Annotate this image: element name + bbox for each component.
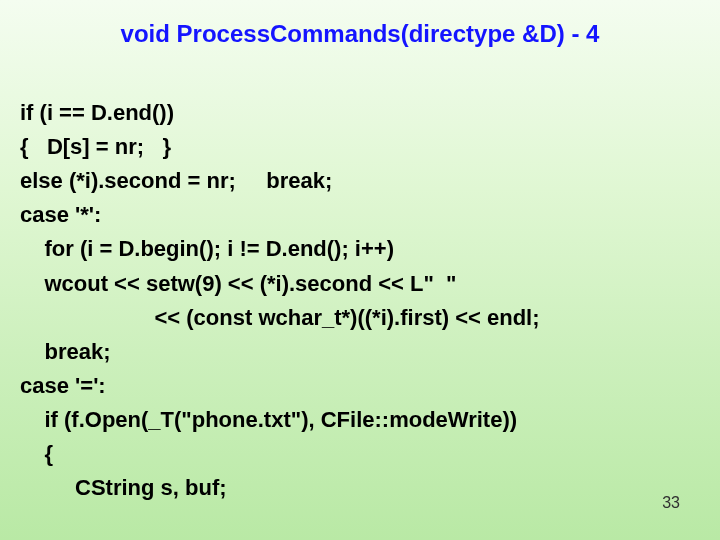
code-line: if (f.Open(_T("phone.txt"), CFile::modeW… (20, 407, 517, 432)
code-line: else (*i).second = nr; break; (20, 168, 332, 193)
code-line: case '*': (20, 202, 101, 227)
code-line: << (const wchar_t*)((*i).first) << endl; (20, 305, 540, 330)
slide-title: void ProcessCommands(directype &D) - 4 (20, 20, 700, 48)
code-line: CString s, buf; (20, 475, 227, 500)
code-block: if (i == D.end()) { D[s] = nr; } else (*… (20, 62, 700, 505)
code-line: case '=': (20, 373, 106, 398)
code-line: break; (20, 339, 110, 364)
code-line: { (20, 441, 53, 466)
code-line: for (i = D.begin(); i != D.end(); i++) (20, 236, 394, 261)
page-number: 33 (662, 494, 680, 512)
slide: void ProcessCommands(directype &D) - 4 i… (0, 0, 720, 540)
code-line: wcout << setw(9) << (*i).second << L" " (20, 271, 457, 296)
code-line: if (i == D.end()) (20, 100, 174, 125)
code-line: { D[s] = nr; } (20, 134, 171, 159)
